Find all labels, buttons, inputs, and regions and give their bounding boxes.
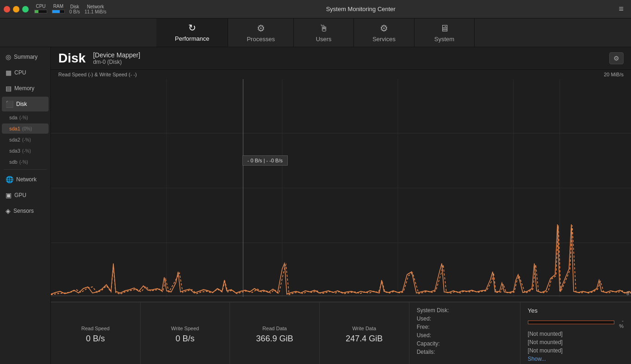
sidebar-cpu-label: CPU bbox=[14, 69, 26, 76]
sidebar-divider bbox=[4, 169, 47, 170]
minimize-button[interactable] bbox=[13, 6, 19, 12]
sda3-badge: (-%) bbox=[22, 148, 31, 154]
tab-system[interactable]: 🖥 System bbox=[414, 19, 475, 47]
tab-performance-label: Performance bbox=[175, 35, 209, 42]
network-label: Network bbox=[87, 4, 104, 9]
system-disk-key: System Disk: bbox=[417, 307, 454, 314]
write-data-block: Write Data 247.4 GiB bbox=[320, 302, 409, 364]
sensors-icon: ◈ bbox=[6, 207, 11, 215]
not-mounted-1: [Not mounted] bbox=[528, 331, 624, 337]
sda1-label: sda1 bbox=[9, 126, 20, 131]
sidebar-sub-sda3[interactable]: sda3 (-%) bbox=[2, 146, 49, 156]
not-mounted-3: [Not mounted] bbox=[528, 347, 624, 354]
sidebar-gpu-label: GPU bbox=[14, 192, 26, 198]
tab-services[interactable]: ⚙ Services bbox=[354, 19, 414, 47]
sidebar-item-memory[interactable]: ▤ Memory bbox=[2, 81, 49, 96]
sidebar-item-gpu[interactable]: ▣ GPU bbox=[2, 188, 49, 203]
disk-subtitle: [Device Mapper] dm-0 (Disk) bbox=[93, 51, 140, 65]
read-data-label: Read Data bbox=[262, 326, 287, 331]
free-key: Free: bbox=[417, 324, 454, 330]
chart-zero-label: 0 bbox=[626, 290, 629, 296]
cpu-label: CPU bbox=[36, 4, 45, 9]
read-data-value: 366.9 GiB bbox=[256, 334, 293, 344]
sidebar-sub-sdb[interactable]: sdb (-%) bbox=[2, 157, 49, 167]
disk-label: Disk bbox=[70, 4, 79, 9]
sidebar-network-label: Network bbox=[16, 176, 37, 183]
disk-icon: ⬛ bbox=[6, 100, 13, 108]
sda-label: sda bbox=[9, 115, 18, 120]
main-layout: ◎ Summary ▦ CPU ▤ Memory ⬛ Disk sda (-%)… bbox=[0, 47, 631, 364]
sidebar-item-disk[interactable]: ⬛ Disk bbox=[2, 97, 49, 111]
sidebar-item-sensors[interactable]: ◈ Sensors bbox=[2, 204, 49, 218]
sidebar-summary-label: Summary bbox=[14, 54, 37, 60]
sdb-label: sdb bbox=[9, 159, 18, 165]
system-icon: 🖥 bbox=[440, 23, 449, 34]
stats-bottom: Read Speed 0 B/s Write Speed 0 B/s Read … bbox=[51, 302, 631, 364]
chart-max-label: 20 MiB/s bbox=[604, 72, 624, 77]
pct-label: -% bbox=[618, 318, 624, 329]
disk-title: Disk bbox=[58, 51, 86, 66]
disk-dm: dm-0 (Disk) bbox=[93, 59, 140, 65]
sda3-label: sda3 bbox=[9, 148, 20, 154]
capacity-key: Capacity: bbox=[417, 340, 454, 347]
sda2-label: sda2 bbox=[9, 137, 20, 142]
sda2-badge: (-%) bbox=[22, 137, 31, 142]
disk-device: [Device Mapper] bbox=[93, 51, 140, 59]
gpu-icon: ▣ bbox=[6, 191, 12, 199]
used-key: Used: bbox=[417, 315, 454, 322]
chart-subtitle: Read Speed (-) & Write Speed (- -) bbox=[58, 72, 137, 77]
menu-button[interactable]: ≡ bbox=[615, 2, 627, 16]
sidebar-sub-sda[interactable]: sda (-%) bbox=[2, 112, 49, 123]
read-speed-value: 0 B/s bbox=[86, 334, 105, 344]
tab-processes[interactable]: ⚙ Processes bbox=[228, 19, 294, 47]
sdb-badge: (-%) bbox=[19, 160, 28, 165]
tab-users[interactable]: 🖱 Users bbox=[294, 19, 354, 47]
cpu-icon: ▦ bbox=[6, 69, 12, 76]
chart-area: Read Speed (-) & Write Speed (- -) 20 Mi… bbox=[51, 70, 631, 302]
disk-io-value: 0 B/s bbox=[69, 9, 80, 14]
yes-label: Yes bbox=[528, 307, 624, 314]
tab-processes-label: Processes bbox=[247, 36, 275, 43]
app-title: System Monitoring Center bbox=[106, 6, 615, 12]
write-data-value: 247.4 GiB bbox=[346, 334, 383, 344]
sidebar-item-cpu[interactable]: ▦ CPU bbox=[2, 65, 49, 80]
details-key: Details: bbox=[417, 349, 454, 355]
ram-indicator: RAM bbox=[52, 4, 65, 14]
tab-system-label: System bbox=[434, 36, 454, 43]
cpu-indicator: CPU bbox=[34, 4, 47, 14]
sda1-badge: (0%) bbox=[22, 126, 32, 131]
network-icon: 🌐 bbox=[6, 176, 13, 183]
disk-indicator: Disk 0 B/s bbox=[69, 4, 80, 14]
sidebar-sub-sda2[interactable]: sda2 (-%) bbox=[2, 135, 49, 145]
usage-bar-wrap bbox=[528, 321, 614, 324]
tab-services-label: Services bbox=[372, 36, 396, 43]
summary-icon: ◎ bbox=[6, 53, 11, 61]
write-speed-label: Write Speed bbox=[171, 326, 199, 331]
memory-icon: ▤ bbox=[6, 85, 12, 92]
network-value: 11.1 MiB/s bbox=[85, 9, 106, 14]
write-speed-value: 0 B/s bbox=[175, 334, 194, 344]
content-area: Disk [Device Mapper] dm-0 (Disk) ⚙ Read … bbox=[51, 47, 631, 364]
sidebar-sub-sda1[interactable]: sda1 (0%) bbox=[2, 123, 49, 134]
sidebar-item-network[interactable]: 🌐 Network bbox=[2, 172, 49, 187]
tab-users-label: Users bbox=[316, 36, 332, 43]
settings-button[interactable]: ⚙ bbox=[609, 52, 624, 64]
chart-canvas: - 0 B/s | - -0 B/s 0 bbox=[51, 79, 631, 297]
content-header: Disk [Device Mapper] dm-0 (Disk) ⚙ bbox=[51, 47, 631, 70]
used2-key: Used: bbox=[417, 332, 454, 339]
show-link[interactable]: Show... bbox=[528, 356, 624, 362]
maximize-button[interactable] bbox=[22, 6, 29, 12]
ram-label: RAM bbox=[53, 4, 63, 9]
not-mounted-2: [Not mounted] bbox=[528, 339, 624, 345]
chart-header: Read Speed (-) & Write Speed (- -) 20 Mi… bbox=[51, 70, 631, 79]
services-icon: ⚙ bbox=[380, 23, 388, 34]
read-data-block: Read Data 366.9 GiB bbox=[230, 302, 320, 364]
sidebar-item-summary[interactable]: ◎ Summary bbox=[2, 49, 49, 64]
network-indicator: Network 11.1 MiB/s bbox=[85, 4, 106, 14]
tab-performance[interactable]: ↻ Performance bbox=[156, 19, 228, 47]
read-speed-block: Read Speed 0 B/s bbox=[51, 302, 141, 364]
users-icon: 🖱 bbox=[319, 23, 328, 34]
close-button[interactable] bbox=[4, 6, 10, 12]
sidebar: ◎ Summary ▦ CPU ▤ Memory ⬛ Disk sda (-%)… bbox=[0, 47, 51, 364]
nav-tabs: ↻ Performance ⚙ Processes 🖱 Users ⚙ Serv… bbox=[0, 19, 631, 47]
